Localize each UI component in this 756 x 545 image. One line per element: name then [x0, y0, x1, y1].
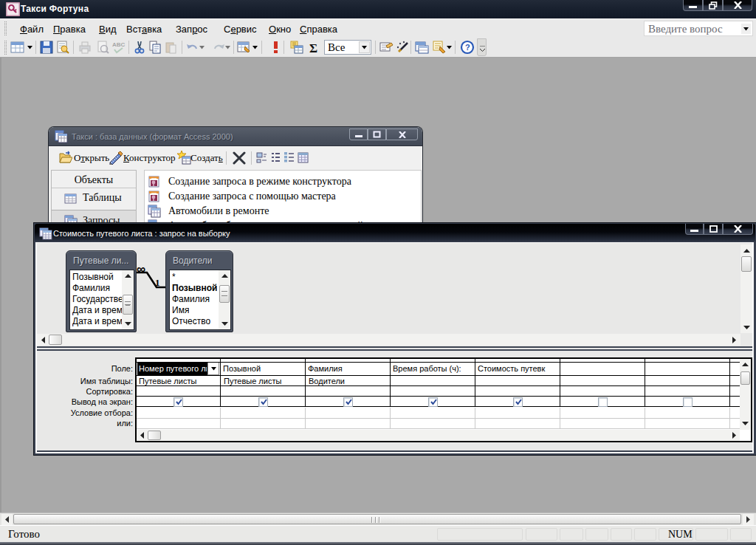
- svg-text:Σ: Σ: [309, 41, 317, 55]
- svg-text:ABC: ABC: [112, 41, 126, 48]
- svg-text:?: ?: [465, 43, 470, 52]
